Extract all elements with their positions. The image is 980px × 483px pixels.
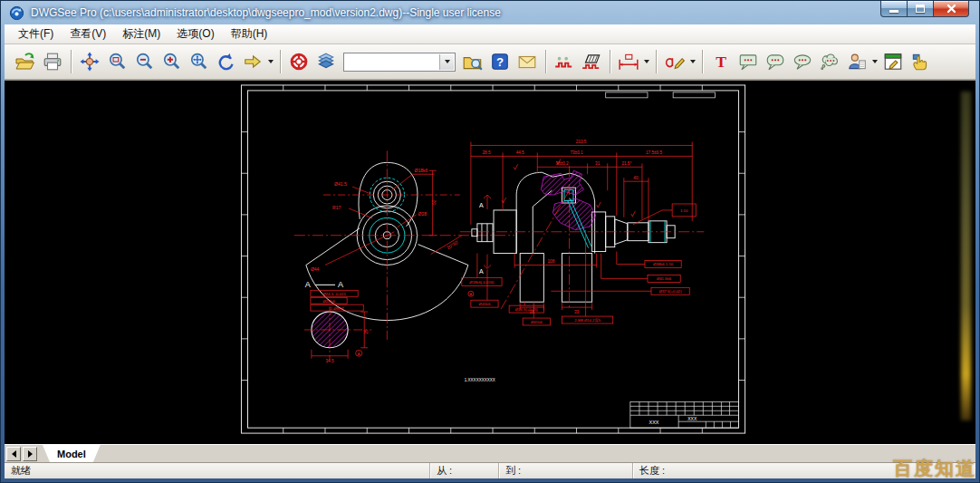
drawing-canvas[interactable]: XXX XXX [5,80,975,444]
dimension-button[interactable] [615,48,642,75]
note-cloud-icon [819,52,841,72]
pan-icon [80,52,100,72]
help-button[interactable]: ? [486,48,514,75]
maximize-button[interactable] [908,1,933,17]
freehand-markup-button[interactable] [661,48,688,75]
side-dim-u3: 21.5° [621,161,631,166]
find-folder-icon [462,52,484,72]
pick-hand-icon [909,52,931,72]
section-label-right: A [338,280,343,289]
svg-text:T: T [716,53,726,71]
pan-button[interactable] [76,48,103,75]
side-dim-u1: 38±0.2 [555,161,569,166]
front-dim-4: Ø28 [418,211,428,217]
side-dim-t2: 44.5 [516,150,524,155]
side-taper-box: 1:10 [680,208,688,213]
zoom-out-button[interactable] [130,48,158,75]
combobox-dropdown-icon[interactable] [439,54,454,70]
rotate-button[interactable] [212,48,239,75]
statusbar: 就绪 从 : 到 : 长度 : [5,462,975,478]
side-box-5: 2-M8 Ø14.2深5 [574,318,600,323]
next-markup-button[interactable] [239,48,266,75]
side-box-2: Ø41h6 [479,302,491,306]
markup-manager-button[interactable] [879,48,907,75]
tab-scroll-right-button[interactable] [23,447,37,461]
measure-area-icon [581,52,602,72]
layout-tabbar: Model [5,444,975,462]
hatched-web-lower [552,198,595,230]
cad-drawing: XXX XXX [5,81,975,444]
status-from: 从 : [430,463,499,478]
measure-area-button[interactable] [578,48,605,75]
dimension-dropdown[interactable] [642,48,651,75]
note-rounded-button[interactable] [762,48,789,75]
send-mail-button[interactable] [514,48,541,75]
mail-icon [517,52,537,72]
pick-hand-button[interactable] [907,48,934,75]
next-markup-dropdown[interactable] [266,48,275,75]
dimension-icon [618,52,639,72]
menu-view[interactable]: 查看(V) [62,24,114,44]
titlebar[interactable]: DWGSee Pro (c:\users\administrator\deskt… [1,1,979,24]
section-box-3: 2-Ø8H7 [330,306,344,311]
front-dim-3: R17 [332,205,341,210]
measure-distance-button[interactable] [551,48,578,75]
tab-model[interactable]: Model [43,445,101,462]
status-to: 到 : [499,463,633,478]
side-dim-u2: 31 [595,161,600,166]
open-button[interactable] [12,48,39,75]
zoom-out-icon [134,52,154,72]
note-ellipse-button[interactable] [789,48,816,75]
close-button[interactable] [933,1,969,17]
minimize-button[interactable] [880,1,908,17]
life-ring-icon [289,52,309,72]
note-cloud-button[interactable] [816,48,843,75]
note-rounded-icon [764,52,786,72]
help-icon: ? [490,52,510,72]
section-view: A A Ø24.5 -0.021 Ø28h6 2-Ø8H7 [304,280,371,363]
front-view: Ø18k6 Ø41.5 R17 Ø28 Ø44 20°30' 52 [294,150,514,339]
toolbar-separator [656,50,657,73]
next-arrow-icon [243,52,263,72]
side-box-4: Ø41h6 [531,320,543,324]
zoom-extents-icon [188,52,208,72]
titleblock-cell-2: XXX [687,416,697,421]
print-icon [43,52,62,72]
front-dim-7: 52 [431,199,437,205]
front-dim-2: Ø41.5 [334,181,347,187]
client-area: 文件(F) 查看(V) 标注(M) 选项(O) 帮助(H) [5,24,975,478]
zoom-in-button[interactable] [158,48,185,75]
layers-button[interactable] [312,48,340,75]
section-dim-h: 25 [364,329,369,334]
toolbar-separator [71,50,72,73]
stamp-dropdown[interactable] [870,48,879,75]
section-box-2: Ø28h6 [322,299,335,304]
side-dim-overall: 210.5 [576,140,587,145]
menu-file[interactable]: 文件(F) [10,24,62,44]
tab-scroll-left-button[interactable] [6,447,21,461]
zoom-window-icon [107,52,127,72]
note-rect-button[interactable] [735,48,762,75]
layout-combobox[interactable] [343,53,456,72]
text-markup-button[interactable]: T [707,48,735,75]
titleblock-cell-1: XXX [649,420,658,425]
zoom-window-button[interactable] [103,48,130,75]
layout-combobox-input[interactable] [344,53,455,71]
menu-help[interactable]: 帮助(H) [223,24,276,44]
print-button[interactable] [39,48,66,75]
stamp-button[interactable] [843,48,870,75]
side-box-p1: Ø38h6 1:10 [653,262,674,266]
section-label-left: A [305,280,311,289]
menu-options[interactable]: 选项(O) [168,24,222,44]
life-ring-button[interactable] [285,48,312,75]
toolbar-separator [545,50,546,73]
layers-icon [316,52,336,72]
menu-markup[interactable]: 标注(M) [114,24,168,44]
zoom-extents-button[interactable] [185,48,212,75]
find-drawing-button[interactable] [459,48,486,75]
toolbar-separator [610,50,610,73]
freehand-markup-dropdown[interactable] [688,48,697,75]
drawing-note: 1.XXXXXXXXXX [465,378,495,382]
front-dim-6: 20°30' [446,239,459,251]
title-block: XXX XXX [630,401,739,428]
